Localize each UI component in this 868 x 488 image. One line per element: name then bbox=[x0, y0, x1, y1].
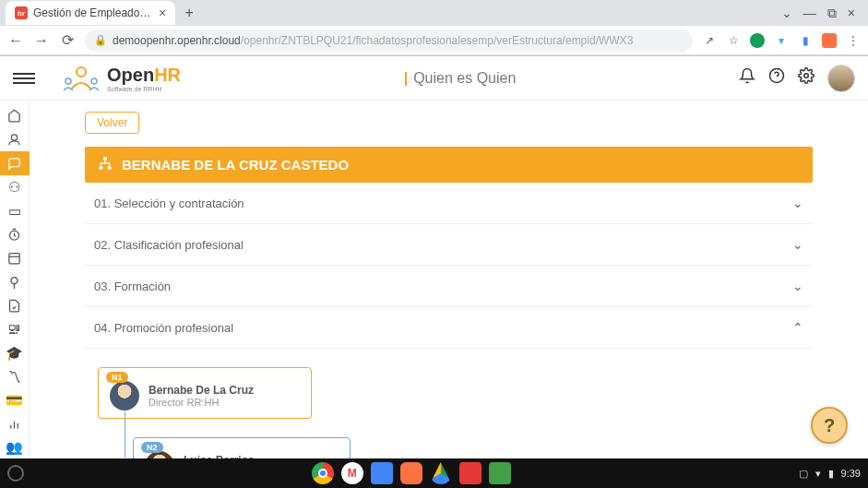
sidebar-money-icon[interactable]: 💳 bbox=[0, 388, 30, 412]
app-header: OpenHR Software de RRHH |Quien es Quien bbox=[0, 56, 868, 101]
tab-close-icon[interactable]: × bbox=[159, 6, 166, 20]
forward-icon[interactable]: → bbox=[33, 32, 50, 49]
sidebar-search-user-icon[interactable]: 👥 bbox=[0, 435, 30, 459]
lock-icon: 🔒 bbox=[94, 34, 107, 46]
gmail-icon[interactable]: M bbox=[341, 462, 363, 484]
app-orange-icon[interactable] bbox=[400, 462, 422, 484]
menu-toggle[interactable] bbox=[13, 73, 35, 84]
sidebar-calendar-icon[interactable] bbox=[0, 246, 30, 270]
window-minimize-icon[interactable]: — bbox=[803, 6, 816, 21]
drive-icon[interactable] bbox=[430, 462, 452, 484]
taskbar-apps: M bbox=[30, 462, 793, 484]
header-actions bbox=[739, 65, 855, 92]
brand-name: OpenHR bbox=[107, 65, 181, 85]
menu-dots-icon[interactable]: ⋮ bbox=[846, 33, 861, 48]
sidebar-server-icon[interactable]: 🖳 bbox=[0, 317, 30, 341]
org-tree-icon bbox=[98, 156, 113, 173]
url-text: demoopenhr.openhr.cloud/openhr/ZNTBLPQU2… bbox=[113, 34, 633, 47]
svg-point-6 bbox=[11, 135, 17, 140]
logo-icon bbox=[61, 65, 101, 92]
ext-green-icon[interactable] bbox=[750, 33, 765, 48]
sidebar-home-icon[interactable] bbox=[0, 104, 30, 128]
accordion-item-4[interactable]: 04. Promoción profesional ⌃ bbox=[85, 307, 813, 349]
avatar bbox=[110, 381, 139, 411]
level-badge: N2 bbox=[141, 442, 163, 453]
star-icon[interactable]: ☆ bbox=[726, 33, 741, 48]
extension-icons: ↗ ☆ ▾ ▮ ⋮ bbox=[702, 33, 861, 48]
sidebar: ⚇ ▭ ⚲ 🖳 🎓 〽 💳 👥 bbox=[0, 101, 30, 459]
sidebar-doc-icon[interactable] bbox=[0, 293, 30, 317]
sidebar-chart-icon[interactable] bbox=[0, 412, 30, 436]
ext-orange-icon[interactable] bbox=[822, 33, 837, 48]
docs-icon[interactable] bbox=[371, 462, 393, 484]
sidebar-chat-icon[interactable] bbox=[0, 151, 30, 175]
sidebar-trend-icon[interactable]: 〽 bbox=[0, 364, 30, 388]
toolbar: ← → ⟳ 🔒 demoopenhr.openhr.cloud/openhr/Z… bbox=[0, 26, 868, 55]
chrome-icon[interactable] bbox=[312, 462, 334, 484]
svg-rect-14 bbox=[99, 166, 102, 169]
bell-icon[interactable] bbox=[739, 67, 755, 89]
system-tray[interactable]: ▢ ▾ ▮ 9:39 bbox=[799, 468, 861, 480]
clock: 9:39 bbox=[841, 468, 861, 479]
accordion-label: 02. Clasificación profesional bbox=[94, 238, 244, 252]
tab-favicon: hr bbox=[15, 6, 28, 19]
sidebar-org-icon[interactable]: ⚇ bbox=[0, 175, 30, 199]
reload-icon[interactable]: ⟳ bbox=[59, 31, 76, 49]
sidebar-card-icon[interactable]: ▭ bbox=[0, 199, 30, 223]
address-bar[interactable]: 🔒 demoopenhr.openhr.cloud/openhr/ZNTBLPQ… bbox=[85, 30, 693, 52]
org-role: Director RR:HH bbox=[149, 397, 254, 408]
accordion-item-3[interactable]: 03. Formación ⌄ bbox=[85, 266, 813, 307]
help-fab[interactable]: ? bbox=[811, 407, 848, 444]
gear-icon[interactable] bbox=[798, 67, 814, 89]
user-avatar[interactable] bbox=[827, 65, 855, 92]
window-maximize-icon[interactable]: ⧉ bbox=[827, 6, 837, 21]
back-button[interactable]: Volver bbox=[85, 112, 139, 134]
svg-rect-15 bbox=[108, 166, 112, 169]
browser-tab[interactable]: hr Gestión de Empleado y Comuni × bbox=[6, 1, 175, 25]
share-icon[interactable]: ↗ bbox=[702, 33, 717, 48]
url-host: demoopenhr.openhr.cloud bbox=[113, 34, 241, 47]
sidebar-timer-icon[interactable] bbox=[0, 222, 30, 246]
org-chart: N1 Bernabe De La Cruz Director RR:HH N2 … bbox=[85, 349, 813, 459]
sidebar-pin-icon[interactable]: ⚲ bbox=[0, 270, 30, 294]
panel-title: BERNABE DE LA CRUZ CASTEDO bbox=[122, 157, 349, 173]
window-controls: ⌄ — ⧉ × bbox=[781, 6, 862, 21]
svg-point-5 bbox=[804, 74, 809, 78]
window-close-icon[interactable]: × bbox=[848, 6, 855, 21]
brand-logo[interactable]: OpenHR Software de RRHH bbox=[61, 65, 181, 92]
new-tab-button[interactable]: + bbox=[179, 3, 199, 23]
panel-header: BERNABE DE LA CRUZ CASTEDO bbox=[85, 147, 813, 183]
accordion-label: 03. Formación bbox=[94, 280, 171, 293]
svg-rect-8 bbox=[9, 254, 19, 264]
chevron-down-icon: ⌄ bbox=[792, 279, 803, 293]
browser-chrome: hr Gestión de Empleado y Comuni × + ⌄ — … bbox=[0, 0, 868, 56]
help-icon[interactable] bbox=[768, 67, 785, 89]
accordion-item-2[interactable]: 02. Clasificación profesional ⌄ bbox=[85, 224, 813, 266]
chevron-down-icon: ⌄ bbox=[792, 237, 803, 252]
app-red-icon[interactable] bbox=[459, 462, 482, 484]
tab-strip: hr Gestión de Empleado y Comuni × + ⌄ — … bbox=[0, 0, 868, 26]
sidebar-edu-icon[interactable]: 🎓 bbox=[0, 341, 30, 365]
tray-notif-icon[interactable]: ▢ bbox=[799, 468, 808, 480]
svg-point-1 bbox=[65, 78, 71, 84]
window-expand-icon[interactable]: ⌄ bbox=[781, 6, 792, 21]
battery-icon: ▮ bbox=[828, 468, 834, 480]
back-icon[interactable]: ← bbox=[7, 32, 24, 49]
ext-blue-icon[interactable]: ▾ bbox=[774, 33, 789, 48]
wifi-icon: ▾ bbox=[815, 468, 821, 480]
accordion-label: 01. Selección y contratación bbox=[94, 196, 244, 210]
org-card-n1[interactable]: N1 Bernabe De La Cruz Director RR:HH bbox=[98, 367, 312, 419]
launcher-icon[interactable] bbox=[7, 465, 24, 482]
level-badge: N1 bbox=[106, 372, 128, 383]
sidebar-user-icon[interactable] bbox=[0, 128, 30, 152]
url-path: /openhr/ZNTBLPQU21/fichadatosprofesional… bbox=[241, 34, 634, 47]
app-green-icon[interactable] bbox=[489, 462, 511, 484]
main-content: Volver BERNABE DE LA CRUZ CASTEDO 01. Se… bbox=[30, 101, 868, 459]
svg-point-2 bbox=[91, 78, 97, 84]
accordion-label: 04. Promoción profesional bbox=[94, 321, 233, 335]
accordion-item-1[interactable]: 01. Selección y contratación ⌄ bbox=[85, 183, 813, 224]
org-card-n2[interactable]: N2 Luisa Barrios No Definido bbox=[133, 437, 351, 459]
svg-point-0 bbox=[77, 67, 86, 77]
ext-doc-icon[interactable]: ▮ bbox=[798, 33, 813, 48]
chevron-down-icon: ⌄ bbox=[792, 196, 803, 210]
